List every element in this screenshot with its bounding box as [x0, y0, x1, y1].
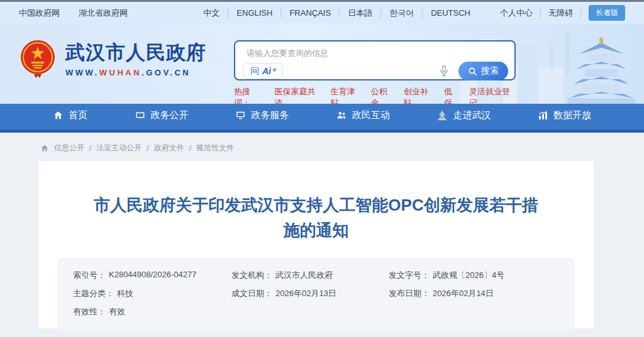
meta-label: 有效性：: [73, 306, 106, 318]
svg-text:10101010101010: 10101010101010: [564, 31, 570, 75]
meta-value: 科技: [117, 288, 133, 299]
home-icon: [53, 110, 64, 121]
site-url-prefix: WWW.: [65, 68, 99, 77]
gov-links: 中国政府网 湖北省政府网: [19, 8, 128, 19]
site-url: WWW.WUHAN.GOV.CN: [65, 68, 206, 77]
meta-issuing-agency: 发文机构： 武汉市人民政府: [231, 270, 389, 281]
ask-ai-prefix: 问: [250, 65, 259, 77]
search-button[interactable]: 搜索: [458, 62, 508, 80]
national-emblem-icon: [18, 38, 58, 79]
search-area: 请输入您要查询的信息 问Ai⁺ 搜索: [234, 40, 516, 104]
meta-label: 索引号：: [73, 270, 106, 281]
breadcrumb-item[interactable]: 信息公开: [54, 143, 84, 153]
nav-item-interaction[interactable]: 政民互动: [336, 109, 390, 121]
nav-item-open-data[interactable]: 数据开放: [538, 109, 591, 121]
meta-label: 主题分类：: [73, 288, 114, 299]
meta-validity: 有效性： 有效: [73, 306, 231, 318]
meta-value: 2026年02月14日: [433, 288, 494, 299]
meta-value: 2026年02月13日: [275, 288, 336, 299]
breadcrumb-item[interactable]: 政府文件: [154, 143, 184, 153]
search-button-label: 搜索: [481, 65, 499, 77]
computer-icon: [235, 110, 246, 121]
site-url-mid: WUHAN: [99, 68, 142, 77]
lang-chinese[interactable]: 中文: [195, 8, 228, 19]
document-card: 市人民政府关于印发武汉市支持人工智能OPC创新发展若干措施的通知 索引号： K2…: [38, 161, 594, 328]
hot-term[interactable]: 创业补贴: [404, 86, 435, 104]
voice-search-button[interactable]: [438, 65, 450, 77]
search-controls: 问Ai⁺ 搜索: [243, 62, 508, 80]
hot-term[interactable]: 灵活就业登记: [469, 86, 516, 104]
link-hubei-gov[interactable]: 湖北省政府网: [79, 8, 128, 19]
meta-document-number: 发文字号： 武政规〔2026〕4号: [389, 270, 569, 281]
meta-value: 武政规〔2026〕4号: [433, 270, 504, 281]
lang-german[interactable]: DEUTSCH: [423, 8, 479, 18]
document-title: 市人民政府关于印发武汉市支持人工智能OPC创新发展若干措施的通知: [38, 161, 594, 243]
ask-ai-brand: Ai⁺: [262, 66, 275, 76]
meta-label: 发布日期：: [389, 288, 430, 299]
hot-term[interactable]: 低保: [444, 86, 460, 104]
nav-label: 走进武汉: [453, 109, 491, 121]
lang-english[interactable]: ENGLISH: [228, 8, 281, 18]
breadcrumb: 信息公开 / 法定主动公开 / 政府文件 / 规范性文件: [0, 133, 644, 161]
hot-term[interactable]: 医保家庭共济: [274, 86, 321, 104]
breadcrumb-separator: /: [89, 144, 91, 153]
search-box[interactable]: 请输入您要查询的信息 问Ai⁺ 搜索: [234, 40, 516, 80]
hot-search-row: 热搜词： 医保家庭共济 生育津贴 公积金 创业补贴 低保 灵活就业登记: [234, 86, 516, 104]
nav-label: 首页: [69, 109, 87, 121]
breadcrumb-separator: /: [189, 144, 191, 153]
people-icon: [336, 110, 347, 121]
nav-label: 政务公开: [151, 109, 189, 121]
meta-value: K28044908/2026-04277: [109, 270, 197, 281]
meta-index-number: 索引号： K28044908/2026-04277: [73, 270, 231, 281]
home-icon: [40, 144, 49, 153]
meta-label: 发文字号：: [389, 270, 430, 281]
book-icon: [135, 110, 146, 121]
chart-icon: [538, 110, 548, 121]
elder-version-button[interactable]: 长者版: [589, 5, 625, 21]
utility-bar: 中国政府网 湖北省政府网 中文 ENGLISH FRANÇAIS 日本語 한국어…: [0, 2, 644, 24]
meta-topic-category: 主题分类： 科技: [73, 288, 231, 299]
main-nav: 首页 政务公开 政务服务 政民互动 走进武汉 数据开放: [0, 104, 644, 133]
document-meta-box: 索引号： K28044908/2026-04277 发文机构： 武汉市人民政府 …: [57, 258, 575, 330]
breadcrumb-item[interactable]: 规范性文件: [196, 143, 234, 153]
site-header: 1010101010 10101010101010: [0, 24, 644, 104]
link-china-gov[interactable]: 中国政府网: [19, 8, 60, 19]
lang-japanese[interactable]: 日本語: [340, 8, 381, 19]
hot-term[interactable]: 生育津贴: [330, 86, 361, 104]
breadcrumb-item[interactable]: 法定主动公开: [96, 143, 142, 153]
personal-center-link[interactable]: 个人中心: [492, 8, 541, 19]
nav-label: 政民互动: [352, 109, 390, 121]
microphone-icon: [438, 65, 450, 77]
nav-label: 数据开放: [553, 109, 591, 121]
user-links: 个人中心 无障碍: [492, 8, 581, 19]
meta-value: 有效: [109, 306, 125, 318]
meta-label: 成文日期：: [231, 288, 272, 299]
utility-right: 中文 ENGLISH FRANÇAIS 日本語 한국어 DEUTSCH 个人中心…: [195, 5, 625, 21]
nav-item-about-wuhan[interactable]: 走进武汉: [436, 109, 491, 121]
accessibility-link[interactable]: 无障碍: [541, 8, 581, 19]
hot-search-label: 热搜词：: [234, 86, 265, 104]
nav-item-gov-services[interactable]: 政务服务: [235, 109, 289, 121]
nav-label: 政务服务: [251, 109, 289, 121]
pagoda-icon: [436, 110, 448, 121]
search-input[interactable]: 请输入您要查询的信息: [247, 48, 514, 59]
nav-item-gov-info[interactable]: 政务公开: [135, 109, 189, 121]
meta-value: 武汉市人民政府: [275, 270, 333, 281]
site-logo[interactable]: 武汉市人民政府 WWW.WUHAN.GOV.CN: [18, 38, 206, 79]
site-url-suffix: .GOV.CN: [142, 68, 191, 77]
lang-french[interactable]: FRANÇAIS: [281, 8, 340, 18]
meta-label: 发文机构：: [231, 270, 272, 281]
lang-korean[interactable]: 한국어: [381, 8, 423, 19]
logo-text: 武汉市人民政府 WWW.WUHAN.GOV.CN: [65, 40, 206, 77]
meta-publish-date: 发布日期： 2026年02月14日: [389, 288, 569, 299]
ask-ai-button[interactable]: 问Ai⁺: [243, 63, 283, 79]
search-icon: [468, 67, 477, 76]
site-name: 武汉市人民政府: [65, 40, 206, 66]
hot-term[interactable]: 公积金: [371, 86, 394, 104]
breadcrumb-separator: /: [147, 144, 148, 153]
nav-item-home[interactable]: 首页: [53, 109, 87, 121]
svg-text:1010101010: 1010101010: [548, 43, 555, 74]
meta-written-date: 成文日期： 2026年02月13日: [231, 288, 389, 299]
